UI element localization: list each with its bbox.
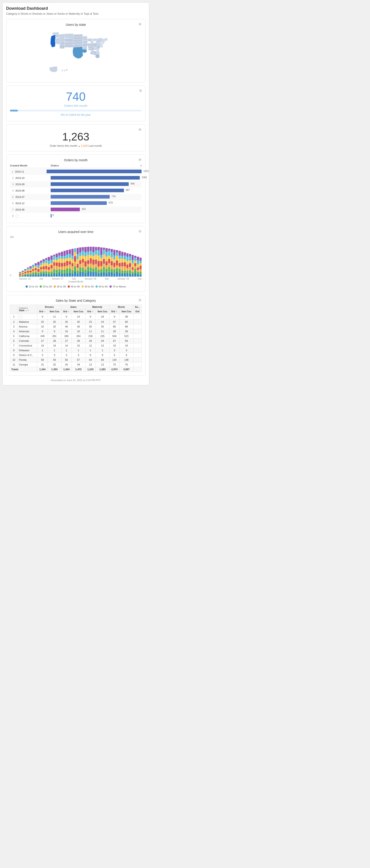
- orders-bar-bg: [10, 110, 142, 112]
- usa-map: [10, 31, 141, 76]
- stacked-segment: [97, 261, 100, 267]
- stacked-bar: [137, 257, 139, 277]
- stacked-segment: [45, 269, 48, 272]
- stacked-segment: [27, 271, 29, 273]
- stacked-segment: [37, 273, 39, 275]
- stacked-segment: [140, 269, 142, 272]
- stacked-segment: [132, 270, 134, 272]
- cell-jeans-item: 1: [72, 348, 86, 353]
- stacked-segment: [121, 252, 123, 256]
- cell-mat-ord: 12: [85, 343, 96, 348]
- bar-month: ◯: [14, 214, 51, 218]
- stacked-segment: [79, 252, 82, 256]
- users-time-card: ⊕ Users acquired over time 250 0 January…: [6, 226, 146, 292]
- cell-state: California: [18, 334, 37, 339]
- dropdown-icon[interactable]: ▾: [141, 164, 142, 167]
- stacked-segment: [69, 273, 71, 277]
- stacked-segment: [79, 268, 82, 272]
- globe-icon-4: ⊕: [138, 157, 143, 161]
- bar-month: 2019-06: [14, 208, 51, 211]
- stacked-bar: [84, 247, 87, 277]
- bar-row: 6 2019-12 679: [10, 200, 142, 207]
- bar-row: 3 2019-09 946: [10, 181, 142, 187]
- stacked-segment: [140, 263, 142, 266]
- stacked-segment: [56, 262, 58, 266]
- legend-40-49: 40 to 49: [68, 285, 80, 288]
- cell-jeans-ord: 27: [61, 339, 72, 343]
- stacked-segment: [53, 269, 55, 273]
- stacked-bar: [53, 255, 55, 277]
- cell-num: 4: [10, 329, 18, 334]
- table-row: 4 Arkansas 9 9 16 16 11 11 28 28: [10, 329, 142, 334]
- stacked-segment: [61, 256, 63, 259]
- legend-label-70-above: 70 or Above: [113, 285, 126, 288]
- stacked-segment: [108, 251, 111, 255]
- stacked-segment: [103, 248, 105, 250]
- stacked-segment: [53, 256, 55, 260]
- stacked-segment: [48, 257, 50, 260]
- stacked-segment: [121, 266, 123, 271]
- cell-mat-ord: 23: [85, 319, 96, 324]
- stacked-segment: [92, 265, 95, 269]
- stacked-segment: [100, 273, 102, 277]
- stacked-segment: [56, 270, 58, 274]
- stacked-segment: [97, 267, 100, 270]
- stacked-bar: [71, 249, 74, 277]
- bar-area: 1081: [51, 176, 142, 180]
- stacked-segment: [126, 265, 129, 268]
- order-items-value: 1,263: [10, 130, 142, 143]
- legend-50-59: 50 to 59: [82, 285, 94, 288]
- stacked-bar: [19, 272, 21, 277]
- stacked-segment: [116, 269, 118, 272]
- bar-value: 679: [109, 201, 113, 204]
- stacked-segment: [124, 271, 126, 274]
- cell-short-item: 28: [120, 329, 133, 334]
- sales-table-wrapper: Category State ▲▼ Dresses Jeans Maternit…: [10, 305, 142, 372]
- cell-so: [133, 339, 141, 343]
- y-mid-label: 0: [10, 274, 14, 277]
- cell-mat-ord: 13: [85, 362, 96, 367]
- cell-short-ord: 3: [109, 348, 120, 353]
- bar-num: 3: [10, 183, 14, 186]
- stacked-segment: [79, 256, 82, 260]
- stacked-segment: [126, 257, 129, 261]
- stacked-segment: [45, 260, 48, 263]
- stacked-segment: [24, 275, 27, 277]
- stacked-segment: [113, 255, 116, 259]
- stacked-segment: [82, 268, 84, 272]
- stacked-segment: [113, 250, 116, 255]
- cell-jeans-item: 34: [72, 362, 86, 367]
- cell-mat-item: 13: [96, 362, 110, 367]
- stacked-segment: [48, 267, 50, 270]
- stacked-segment: [29, 275, 32, 277]
- stacked-segment: [92, 247, 95, 252]
- stacked-segment: [134, 273, 136, 277]
- map-card: ⊕ Users by state: [6, 19, 146, 82]
- stacked-segment: [92, 260, 95, 265]
- cell-so: [133, 319, 141, 324]
- cell-dress-ord: 32: [37, 324, 48, 329]
- bar-num: 1: [10, 170, 14, 173]
- bar-area: 946: [51, 182, 142, 186]
- sort-icon-state[interactable]: ▲▼: [25, 309, 29, 312]
- bar-num: 6: [10, 202, 14, 205]
- y-axis-label: 250 0: [10, 236, 14, 277]
- orders-value: 740: [10, 90, 142, 103]
- stacked-segment: [103, 272, 105, 277]
- stacked-bar: [97, 247, 100, 277]
- bar-row: 5 2019-07 716: [10, 194, 142, 200]
- stacked-segment: [137, 270, 139, 272]
- stacked-bar: [77, 248, 79, 277]
- stacked-bar: [140, 257, 142, 277]
- stacked-segment: [124, 262, 126, 267]
- cell-num: 9: [10, 353, 18, 358]
- bar-fill: [51, 189, 124, 192]
- sales-table: Category State ▲▼ Dresses Jeans Maternit…: [10, 305, 142, 372]
- legend-dot-60-69: [95, 285, 98, 288]
- cell-short-item: 69: [120, 339, 133, 343]
- stacked-segment: [64, 270, 66, 274]
- stacked-segment: [134, 256, 136, 257]
- stacked-segment: [53, 273, 55, 277]
- legend-label-20-29: 20 to 29: [43, 285, 52, 288]
- legend-label-40-49: 40 to 49: [71, 285, 80, 288]
